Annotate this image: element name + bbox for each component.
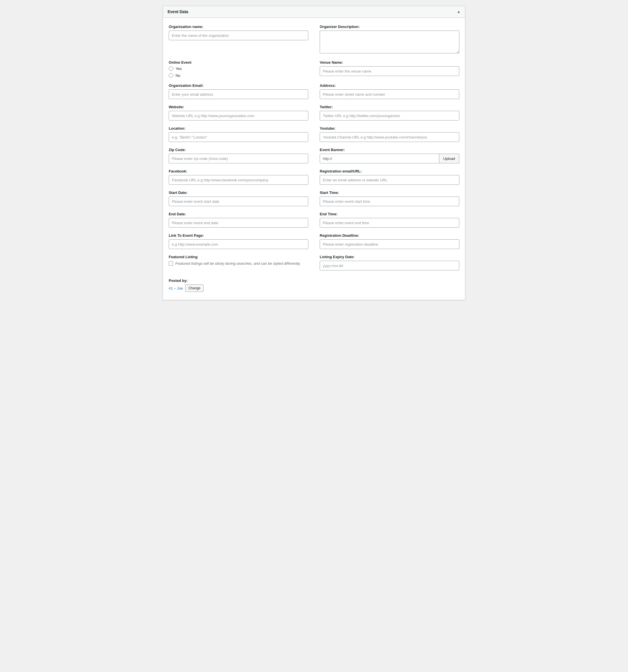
panel-body: Organization name: Organizer Description…: [163, 18, 465, 300]
online-event-yes-radio[interactable]: [169, 66, 173, 71]
start-date-group: Start Date:: [169, 191, 308, 206]
posted-by-section: Posted by: #1 – Joe Change: [169, 279, 459, 292]
no-text: No: [176, 73, 180, 78]
org-desc-group: Organizer Description:: [320, 25, 459, 54]
org-email-group: Organization Email:: [169, 83, 308, 99]
link-event-group: Link To Event Page:: [169, 233, 308, 249]
posted-by-label: Posted by:: [169, 279, 459, 283]
address-group: Address:: [320, 83, 459, 99]
zip-code-input[interactable]: [169, 154, 308, 163]
change-button[interactable]: Change: [185, 284, 203, 292]
location-group: Location:: [169, 126, 308, 142]
org-email-input[interactable]: [169, 89, 308, 99]
online-event-radios: Yes No: [169, 66, 308, 78]
org-desc-label: Organizer Description:: [320, 25, 459, 29]
featured-listing-label: Featured Listing: [169, 255, 308, 259]
reg-deadline-label: Registration Deadline:: [320, 233, 459, 238]
panel-title: Event Data: [168, 9, 188, 14]
youtube-group: Youtube:: [320, 126, 459, 142]
org-name-input[interactable]: [169, 30, 308, 40]
reg-email-input[interactable]: [320, 175, 459, 185]
org-name-group: Organization name:: [169, 25, 308, 54]
form-grid: Organization name: Organizer Description…: [169, 25, 459, 292]
featured-listing-group: Featured Listing Featured listings will …: [169, 255, 308, 270]
online-event-no-label[interactable]: No: [169, 73, 308, 78]
org-name-label: Organization name:: [169, 25, 308, 29]
link-event-input[interactable]: [169, 239, 308, 249]
end-time-input[interactable]: [320, 218, 459, 227]
venue-name-input[interactable]: [320, 66, 459, 76]
location-label: Location:: [169, 126, 308, 130]
online-event-group: Online Event Yes No: [169, 60, 308, 78]
twitter-label: Twitter:: [320, 105, 459, 109]
org-desc-textarea[interactable]: [320, 30, 459, 53]
reg-deadline-group: Registration Deadline:: [320, 233, 459, 249]
twitter-group: Twitter:: [320, 105, 459, 121]
panel-header: Event Data ▲: [163, 6, 465, 18]
posted-by-link[interactable]: #1 – Joe: [169, 286, 183, 290]
event-banner-input[interactable]: [320, 154, 439, 163]
reg-email-group: Registration email/URL:: [320, 169, 459, 185]
venue-name-group: Venue Name:: [320, 60, 459, 78]
event-data-panel: Event Data ▲ Organization name: Organize…: [163, 6, 465, 300]
org-email-label: Organization Email:: [169, 83, 308, 88]
posted-by-row: #1 – Joe Change: [169, 284, 459, 292]
listing-expiry-group: Listing Expiry Date:: [320, 255, 459, 270]
location-input[interactable]: [169, 132, 308, 142]
end-time-group: End Time:: [320, 212, 459, 227]
featured-desc-text: Featured listings will be sticky during …: [175, 261, 301, 266]
facebook-input[interactable]: [169, 175, 308, 185]
event-banner-label: Event Banner:: [320, 148, 459, 152]
end-date-group: End Date:: [169, 212, 308, 227]
facebook-label: Facebook:: [169, 169, 308, 173]
facebook-group: Facebook:: [169, 169, 308, 185]
start-time-input[interactable]: [320, 196, 459, 206]
reg-email-label: Registration email/URL:: [320, 169, 459, 173]
zip-code-group: Zip Code:: [169, 148, 308, 163]
end-date-input[interactable]: [169, 218, 308, 227]
event-banner-group: Event Banner: Upload: [320, 148, 459, 163]
twitter-input[interactable]: [320, 111, 459, 121]
online-event-yes-label[interactable]: Yes: [169, 66, 308, 71]
website-input[interactable]: [169, 111, 308, 121]
youtube-input[interactable]: [320, 132, 459, 142]
online-event-no-radio[interactable]: [169, 73, 173, 78]
listing-expiry-label: Listing Expiry Date:: [320, 255, 459, 259]
zip-code-label: Zip Code:: [169, 148, 308, 152]
address-input[interactable]: [320, 89, 459, 99]
address-label: Address:: [320, 83, 459, 88]
youtube-label: Youtube:: [320, 126, 459, 130]
end-date-label: End Date:: [169, 212, 308, 216]
reg-deadline-input[interactable]: [320, 239, 459, 249]
featured-checkbox[interactable]: [169, 261, 173, 266]
end-time-label: End Time:: [320, 212, 459, 216]
link-event-label: Link To Event Page:: [169, 233, 308, 238]
online-event-label: Online Event: [169, 60, 308, 65]
panel-toggle-icon[interactable]: ▲: [457, 10, 460, 14]
featured-checkbox-row: Featured listings will be sticky during …: [169, 261, 308, 266]
website-label: Website:: [169, 105, 308, 109]
website-group: Website:: [169, 105, 308, 121]
upload-button[interactable]: Upload: [439, 154, 459, 163]
venue-name-label: Venue Name:: [320, 60, 459, 65]
start-time-label: Start Time:: [320, 191, 459, 195]
start-date-label: Start Date:: [169, 191, 308, 195]
start-date-input[interactable]: [169, 196, 308, 206]
yes-text: Yes: [176, 67, 181, 71]
start-time-group: Start Time:: [320, 191, 459, 206]
listing-expiry-input[interactable]: [320, 261, 459, 270]
event-banner-input-row: Upload: [320, 154, 459, 163]
